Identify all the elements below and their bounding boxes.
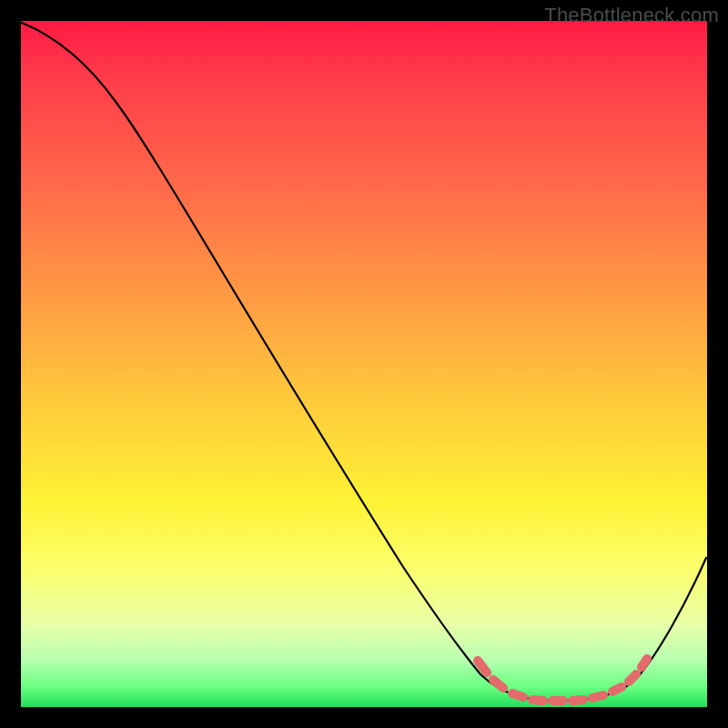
curve-layer [21,21,707,707]
chart-frame: TheBottleneck.com [0,0,728,728]
bottleneck-curve [22,23,706,701]
highlight-dash [532,700,543,701]
highlight-dash [572,700,583,701]
highlight-dash [478,661,487,672]
highlight-dash [493,680,503,688]
highlight-dash [642,659,647,667]
watermark-text: TheBottleneck.com [544,4,719,27]
highlight-dash [592,695,603,698]
highlight-dash [612,687,622,692]
highlight-dash [512,693,523,697]
plot-area [21,21,707,707]
highlight-dash [629,674,636,682]
